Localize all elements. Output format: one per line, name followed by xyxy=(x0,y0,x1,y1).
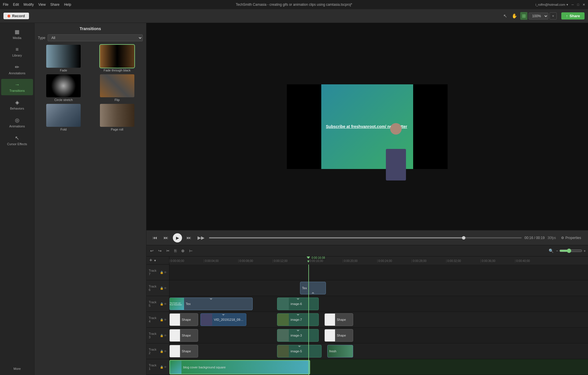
track3-eye[interactable]: 👁 xyxy=(164,334,167,337)
sidebar-label-transitions: Transitions xyxy=(9,89,25,92)
track1-lock[interactable]: 🔒 xyxy=(160,366,163,369)
collapse-button[interactable]: ▾ xyxy=(154,259,156,263)
crop-tool-button[interactable]: ⊞ xyxy=(520,12,527,20)
menu-edit[interactable]: Edit xyxy=(13,3,19,7)
mini-person xyxy=(384,123,407,169)
menu-modify[interactable]: Modify xyxy=(24,3,34,7)
next-marker-button[interactable]: ▶▶ xyxy=(196,234,206,242)
track5-clip-image6[interactable]: image-6 xyxy=(277,298,319,310)
sidebar-more-label: More xyxy=(13,367,21,370)
track6-eye[interactable]: 👁 xyxy=(164,287,167,290)
transition-pageroll[interactable]: Page roll xyxy=(92,104,143,131)
track2-clip-image5[interactable]: image-5 xyxy=(277,345,322,357)
redo-button[interactable]: ↪ xyxy=(157,248,163,254)
track3-lock[interactable]: 🔒 xyxy=(160,334,163,337)
menu-file[interactable]: File xyxy=(3,3,8,7)
track2-eye[interactable]: 👁 xyxy=(164,350,167,353)
add-track-row: + ▾ xyxy=(146,257,169,265)
person-head xyxy=(390,123,402,135)
transition-circle[interactable]: Circle stretch xyxy=(38,74,89,102)
timeline-content: + ▾ Track 7 🔒 👁 Track 6 🔒 xyxy=(146,257,588,375)
clip-thumb-vid xyxy=(201,314,212,326)
copy-button[interactable]: ⎘ xyxy=(173,248,178,254)
play-button[interactable]: ▶ xyxy=(173,233,182,242)
progress-thumb[interactable] xyxy=(462,236,465,240)
sidebar-more[interactable]: More xyxy=(0,365,34,373)
track6-clip-tex[interactable]: Tex xyxy=(300,282,326,294)
zoom-slider[interactable] xyxy=(559,248,582,253)
clip-thumb-text1: The Fresh van Root Newsletter xyxy=(170,298,184,310)
track4-clip-image7[interactable]: image-7 xyxy=(277,313,319,326)
preview-black-left xyxy=(287,84,321,169)
zoom-out-button[interactable]: 🔍 xyxy=(547,248,555,254)
user-account[interactable]: i_rolfm@hotmail.com ▾ xyxy=(535,3,568,7)
select-tool-button[interactable]: ↖ xyxy=(502,12,509,20)
transition-fade[interactable]: Fade xyxy=(38,45,89,72)
maximize-button[interactable]: □ xyxy=(577,3,579,6)
clip-label-shape1: Shape xyxy=(180,318,193,321)
paste-button[interactable]: ⊕ xyxy=(180,248,186,254)
track2-lock[interactable]: 🔒 xyxy=(160,350,163,353)
frame-forward-button[interactable]: ⏭ xyxy=(185,234,193,242)
clip-label-tex: Tex xyxy=(300,286,309,290)
transition-fade-black[interactable]: Fade through black xyxy=(92,45,143,72)
sidebar-item-animations[interactable]: ◎ Animations xyxy=(1,114,33,131)
sidebar-item-behaviors[interactable]: ◈ Behaviors xyxy=(1,96,33,113)
transition-flip[interactable]: Flip xyxy=(92,74,143,102)
record-button[interactable]: Record xyxy=(3,13,29,19)
sidebar-item-transitions[interactable]: → Transitions xyxy=(1,79,33,95)
track4-clip-shape1[interactable]: Shape xyxy=(169,313,198,326)
track1-icons: 🔒 👁 xyxy=(160,366,167,369)
track5-lock[interactable]: 🔒 xyxy=(160,302,163,306)
type-select[interactable]: All Fade Circle Flip Fold Page roll xyxy=(48,34,143,41)
sidebar-item-annotations[interactable]: ✏ Annotations xyxy=(1,61,33,78)
dropdown-icon[interactable]: ▾ xyxy=(566,3,568,7)
frame-back-button[interactable]: ⏭︎ xyxy=(162,234,170,242)
track7-lock[interactable]: 🔒 xyxy=(160,271,163,274)
track2-clip-fresh[interactable]: fresh xyxy=(327,345,353,357)
menu-help[interactable]: Help xyxy=(64,3,71,7)
transition-label-fold: Fold xyxy=(61,128,67,131)
sidebar-label-media: Media xyxy=(13,36,22,40)
playback-progress[interactable] xyxy=(209,237,522,238)
transition-thumb-flip xyxy=(100,74,134,97)
add-button[interactable]: + xyxy=(550,12,557,20)
track1-clip-bg[interactable]: blog cover background square xyxy=(169,360,310,374)
track7-eye[interactable]: 👁 xyxy=(164,271,167,274)
track3-clip-shape1[interactable]: Shape xyxy=(169,329,198,342)
track4-eye[interactable]: 👁 xyxy=(164,318,167,321)
track4-lock[interactable]: 🔒 xyxy=(160,318,163,321)
progress-fill xyxy=(209,237,465,238)
track6-lock[interactable]: 🔒 xyxy=(160,287,163,290)
properties-button[interactable]: ⚙ Properties xyxy=(559,235,583,241)
menu-view[interactable]: View xyxy=(38,3,46,7)
go-to-start-button[interactable]: ⏮ xyxy=(151,234,159,242)
sidebar-item-library[interactable]: ≡ Library xyxy=(1,44,33,60)
cut-button[interactable]: ✂ xyxy=(165,248,171,254)
track4-clip-shape2[interactable]: Shape xyxy=(324,313,353,326)
share-button[interactable]: ↑ Share xyxy=(561,12,585,20)
track5-eye[interactable]: 👁 xyxy=(164,302,167,306)
track4-clip-vid[interactable]: VID_20191218_09020 xyxy=(200,313,246,326)
track5-clip-text1[interactable]: The Fresh van Root Newsletter Tex xyxy=(169,298,253,310)
playback-time: 00:16 / 00:19 xyxy=(525,236,545,240)
pan-tool-button[interactable]: ✋ xyxy=(510,12,519,20)
split-button[interactable]: ⊢ xyxy=(188,248,194,254)
clip-arrow-down-4a xyxy=(222,314,225,316)
undo-button[interactable]: ↩ xyxy=(149,248,155,254)
sidebar-item-cursor[interactable]: ↖ Cursor Effects xyxy=(1,132,33,149)
track1-eye[interactable]: 👁 xyxy=(164,366,167,369)
track7-name: Track 7 xyxy=(149,269,159,276)
close-button[interactable]: ✕ xyxy=(583,3,585,7)
track3-clip-image3[interactable]: image-3 xyxy=(277,329,319,342)
track3-clip-shape2[interactable]: Shape xyxy=(324,329,353,342)
minimize-button[interactable]: ─ xyxy=(572,3,574,6)
zoom-select[interactable]: 100% 50% 75% 150% 200% xyxy=(529,13,548,20)
track-row-2: Shape image-5 fresh xyxy=(169,343,588,359)
sidebar-item-media[interactable]: ▦ Media xyxy=(1,26,33,42)
track2-clip-shape1[interactable]: Shape xyxy=(169,345,198,357)
media-icon: ▦ xyxy=(15,29,20,35)
menu-share[interactable]: Share xyxy=(50,3,59,7)
add-track-button[interactable]: + xyxy=(148,257,154,264)
transition-fold[interactable]: Fold xyxy=(38,104,89,131)
